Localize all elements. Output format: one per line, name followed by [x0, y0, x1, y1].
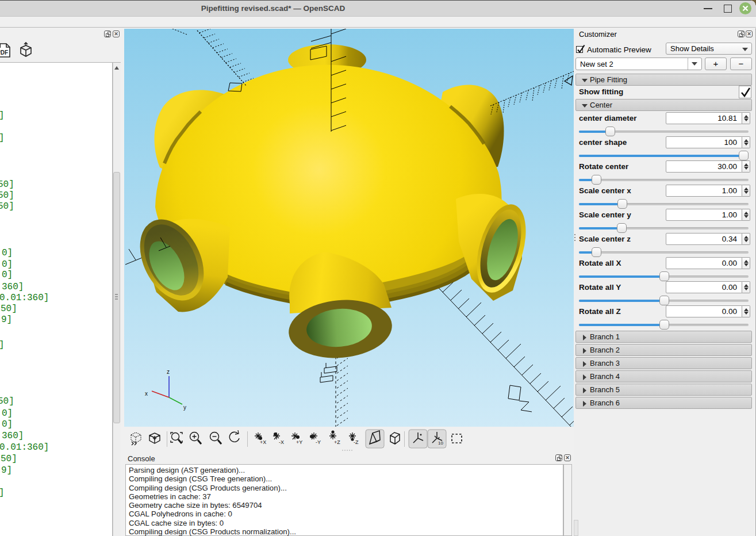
svg-text:-Y: -Y	[316, 439, 321, 445]
svg-text:y: y	[183, 404, 186, 411]
svg-text:+Y: +Y	[296, 439, 302, 445]
svg-text:-Z: -Z	[354, 439, 359, 445]
svg-text:10: 10	[438, 441, 443, 446]
svg-text:PDF: PDF	[0, 49, 8, 56]
svg-text:-X: -X	[279, 439, 284, 445]
svg-text:x: x	[145, 390, 148, 397]
svg-text:+X: +X	[260, 439, 266, 445]
svg-text:+Z: +Z	[334, 439, 340, 445]
svg-text:z: z	[167, 369, 170, 375]
